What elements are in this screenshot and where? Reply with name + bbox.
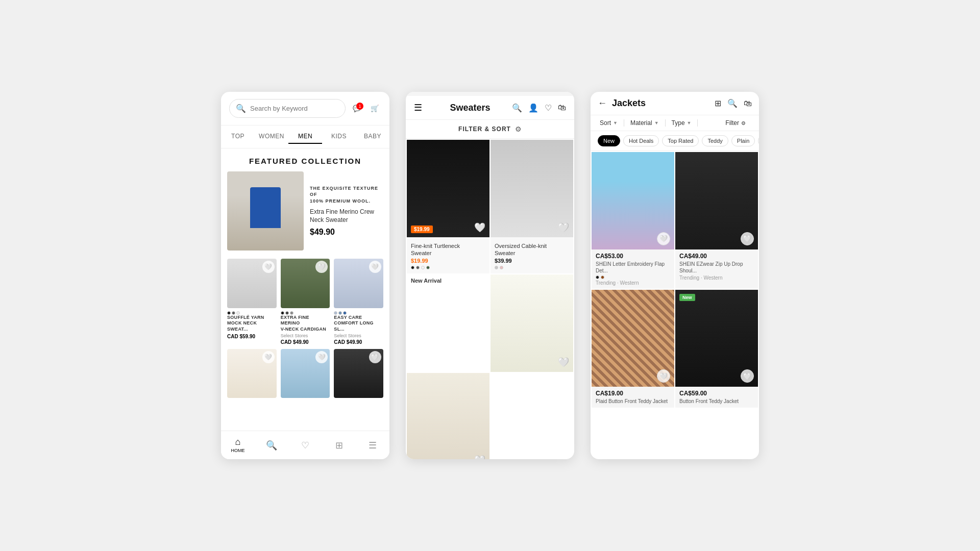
p2-wish-btn-3[interactable]: 🤍 [558,357,569,368]
p2-wish-btn-1[interactable]: 🤍 [474,222,485,233]
nav-baby[interactable]: BABY [356,130,389,144]
p2-wish-button[interactable]: ♡ [545,103,552,113]
hero-section: THE EXQUISITE TEXTURE OF100% PREMIUM WOO… [221,171,389,251]
p3-price-1: CA$53.00 [596,253,670,260]
color-dot [416,266,420,269]
type-filter[interactable]: Type ▼ [670,119,698,127]
type-arrow: ▼ [687,120,692,126]
filter-label: Filter [725,119,739,127]
color-dot [596,276,599,279]
color-dot [601,276,604,279]
p2-product-2[interactable]: 🤍 Oversized Cable-knitSweater $39.99 [491,140,573,273]
search-bar[interactable]: 🔍 [229,99,346,118]
grid-item-5: 🤍 [281,349,330,402]
cart-button[interactable]: 🛒 [369,103,381,114]
tag-plain[interactable]: Plain [731,135,755,146]
wishlist-btn-4[interactable]: 🤍 [262,351,275,363]
wishlist-btn-5[interactable]: 🤍 [315,351,328,363]
p1-header: 🔍 💬 1 🛒 [221,92,389,126]
p2-price-line-2: $39.99 [495,258,569,264]
p2-product-img-1: $19.99 🤍 [407,140,489,237]
wishlist-btn-3[interactable]: 🤍 [369,261,381,273]
wishlist-btn-6[interactable]: 🤍 [369,351,381,363]
bottom-wish[interactable]: ♡ [288,431,322,459]
sort-label: Sort [600,119,611,127]
grid-item-2: 🤍 EXTRA FINE MERINOV-NECK CARDIGAN Selec… [281,259,330,345]
p2-title: Sweaters [428,103,512,113]
p3-wish-btn-3[interactable]: 🤍 [657,369,670,383]
tag-hot-deals[interactable]: Hot Deals [623,135,659,146]
nav-top[interactable]: TOP [221,130,255,144]
p3-name-3: Plaid Button Front Teddy Jacket [596,398,670,405]
phone-2: ☰ Sweaters 🔍 👤 ♡ 🛍 FILTER & SORT ⚙ $19.9… [406,92,574,459]
wish-icon: ♡ [301,441,309,450]
tag-new[interactable]: New [598,135,620,146]
grid-name-3: EASY CARECOMFORT LONG SL... [334,315,383,333]
material-filter[interactable]: Material ▼ [628,119,666,127]
stores-icon: ⊞ [335,441,343,450]
p2-search-button[interactable]: 🔍 [512,103,522,113]
p3-product-info-2: CA$49.00 SHEIN EZwear Zip Up Drop Shoul.… [675,249,758,284]
hero-image [227,171,304,251]
p2-wish-btn-4[interactable]: 🤍 [474,455,485,459]
search-icon: 🔍 [236,104,246,113]
p2-filter-bar[interactable]: FILTER & SORT ⚙ [406,120,574,139]
bottom-account[interactable]: ☰ [356,431,389,459]
color-dot [281,311,284,315]
p1-nav: TOP WOMEN MEN KIDS BABY [221,126,389,148]
grid-sub-2: Select Stores [281,333,330,338]
p2-product-img-4: 🤍 [407,373,489,459]
p2-profile-button[interactable]: 👤 [528,103,538,113]
p3-product-info-4: CA$59.00 Button Front Teddy Jacket [675,387,758,408]
p3-product-3[interactable]: 🤍 CA$19.00 Plaid Button Front Teddy Jack… [592,290,674,408]
p3-trending-2: Trending · Western [679,275,754,281]
tag-col[interactable]: Col [758,135,759,146]
p3-wish-btn-2[interactable]: 🤍 [741,232,754,245]
account-icon: ☰ [369,441,377,450]
p3-price-3: CA$19.00 [596,390,670,397]
p2-wish-btn-2[interactable]: 🤍 [558,222,569,233]
p3-search-button[interactable]: 🔍 [727,98,738,108]
grid-item-1: 🤍 SOUFFLÉ YARN MOCK NECK SWEAT... CAD $5… [227,259,277,345]
p3-wish-btn-4[interactable]: 🤍 [741,369,754,383]
p2-product-1[interactable]: $19.99 🤍 Fine-knit TurtleneckSweater $19… [407,140,489,273]
p2-regular-price-2: $39.99 [495,258,512,264]
p3-product-1[interactable]: 🤍 CA$53.00 SHEIN Letter Embroidery Flap … [592,152,674,289]
bottom-home[interactable]: ⌂ HOME [221,431,255,459]
grid-item-4: 🤍 [227,349,277,402]
p3-bag-button[interactable]: 🛍 [744,98,752,108]
material-label: Material [630,119,652,127]
nav-men[interactable]: MEN [288,130,322,144]
p3-product-2[interactable]: 🤍 CA$49.00 SHEIN EZwear Zip Up Drop Shou… [675,152,758,289]
p3-filter-bar: Sort ▼ Material ▼ Type ▼ Filter ⚙ [591,115,759,131]
wishlist-btn-1[interactable]: 🤍 [262,261,275,273]
p3-trending-1: Trending · Western [596,280,670,286]
color-dot [343,311,347,315]
tag-top-rated[interactable]: Top Rated [662,135,699,146]
chat-badge: 1 [356,103,363,110]
p2-product-info-1: Fine-knit TurtleneckSweater $19.99 [407,237,489,274]
p2-topbar [406,92,574,96]
color-dot [285,311,289,315]
p2-colors-1 [411,266,485,269]
sort-filter[interactable]: Sort ▼ [598,119,624,127]
filter-btn[interactable]: Filter ⚙ [723,119,752,127]
bottom-stores[interactable]: ⊞ [322,431,356,459]
search-input[interactable] [250,105,339,112]
p3-product-4[interactable]: New 🤍 CA$59.00 Button Front Teddy Jacket [675,290,758,408]
chat-button[interactable]: 💬 1 [351,103,363,114]
tag-teddy[interactable]: Teddy [702,135,728,146]
p3-grid-button[interactable]: ⊞ [715,98,721,108]
p2-product-3[interactable]: 🤍 [491,274,573,372]
p2-product-img-2: 🤍 [491,140,573,237]
nav-kids[interactable]: KIDS [322,130,356,144]
back-button[interactable]: ← [598,98,607,109]
menu-icon[interactable]: ☰ [414,102,422,113]
nav-women[interactable]: WOMEN [255,130,288,144]
p3-wish-btn-1[interactable]: 🤍 [657,232,670,245]
p2-bag-button[interactable]: 🛍 [558,103,566,113]
p3-name-4: Button Front Teddy Jacket [679,398,754,405]
color-dots-3 [334,311,383,315]
bottom-search[interactable]: 🔍 [255,431,288,459]
p2-product-4[interactable]: 🤍 [407,373,489,459]
